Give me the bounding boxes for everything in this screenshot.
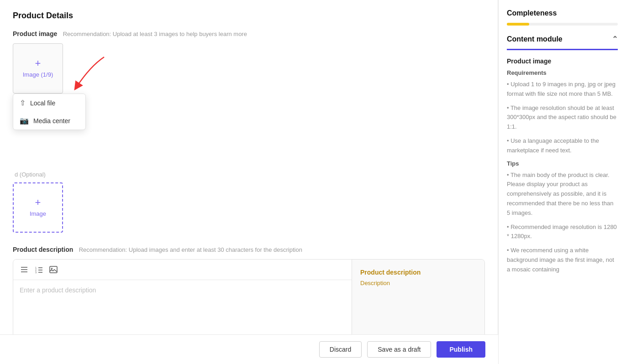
chevron-down-icon[interactable]: ⌃ xyxy=(612,35,618,43)
sidebar-tip3: • We recommend using a white background … xyxy=(507,246,618,274)
preview-sub: Description xyxy=(360,280,476,286)
image-box-2-label: Image xyxy=(30,210,46,218)
editor-toolbar: 1. 2. 3. xyxy=(13,260,352,280)
svg-point-11 xyxy=(51,268,53,269)
image-icon: 📷 xyxy=(20,116,29,125)
plus-icon: + xyxy=(35,58,41,68)
local-file-label: Local file xyxy=(30,99,55,107)
image-upload-area: + Image (1/9) xyxy=(13,43,485,94)
image-upload-wrapper: + Image (1/9) ⇧ Local file 📷 Media cente… xyxy=(13,43,485,94)
toolbar-ordered-list-btn[interactable]: 1. 2. 3. xyxy=(32,263,45,276)
desc-label: Product description xyxy=(13,246,73,253)
upload-options-container: ⇧ Local file 📷 Media center xyxy=(13,94,86,130)
svg-text:3.: 3. xyxy=(35,271,37,274)
image-box-1[interactable]: + Image (1/9) xyxy=(13,43,63,94)
toolbar-image-btn[interactable] xyxy=(47,263,60,276)
right-sidebar: Completeness Content module ⌃ Product im… xyxy=(498,0,626,364)
optional-section: d (Optional) xyxy=(13,171,485,178)
svg-rect-10 xyxy=(50,266,57,273)
media-center-option[interactable]: 📷 Media center xyxy=(13,112,85,130)
ordered-list-icon: 1. 2. 3. xyxy=(35,265,43,274)
discard-button[interactable]: Discard xyxy=(319,341,362,358)
desc-section-header: Product description Recommendation: Uplo… xyxy=(13,245,485,254)
completeness-bar-bg xyxy=(507,23,618,26)
list-icon xyxy=(20,265,28,274)
toolbar-list-btn[interactable] xyxy=(18,263,31,276)
sidebar-requirements-title: Requirements xyxy=(507,69,618,76)
content-module-header: Content module ⌃ xyxy=(507,35,618,50)
bg-optional-label: d (Optional) xyxy=(15,171,46,178)
preview-title: Product description xyxy=(360,269,476,276)
desc-recommendation: Recommendation: Upload images and enter … xyxy=(79,246,302,253)
sidebar-req1: • Upload 1 to 9 images in png, jpg or jp… xyxy=(507,80,618,99)
image-box-1-label: Image (1/9) xyxy=(23,71,53,79)
product-image-recommendation: Recommendation: Upload at least 3 images… xyxy=(63,31,247,37)
plus-icon-2: + xyxy=(35,198,41,208)
upload-icon: ⇧ xyxy=(20,99,26,107)
sidebar-req2: • The image resolution should be at leas… xyxy=(507,104,618,132)
sidebar-req3: • Use a language acceptable to the marke… xyxy=(507,136,618,156)
sidebar-tip2: • Recommended image resolution is 1280 *… xyxy=(507,223,618,242)
sidebar-tip1: • The main body of the product is clear.… xyxy=(507,171,618,218)
product-image-section: Product image Recommendation: Upload at … xyxy=(13,30,485,38)
product-image-label: Product image xyxy=(13,30,57,37)
main-content: Product Details Product image Recommenda… xyxy=(0,0,498,364)
media-center-label: Media center xyxy=(33,117,70,125)
completeness-bar-fill xyxy=(507,23,529,26)
publish-button[interactable]: Publish xyxy=(437,341,485,358)
second-image-row: + Image xyxy=(13,182,485,233)
local-file-option[interactable]: ⇧ Local file xyxy=(13,94,85,112)
save-draft-button[interactable]: Save as a draft xyxy=(367,341,431,358)
sidebar-product-image-title: Product image xyxy=(507,57,618,65)
editor-placeholder: Enter a product description xyxy=(20,286,96,294)
bottom-action-bar: Discard Save as a draft Publish xyxy=(0,334,498,364)
sidebar-tips-title: Tips xyxy=(507,160,618,167)
image-box-2[interactable]: + Image xyxy=(13,182,63,233)
content-module-label: Content module xyxy=(507,35,563,43)
completeness-title: Completeness xyxy=(507,9,618,17)
page-title: Product Details xyxy=(13,11,485,21)
insert-image-icon xyxy=(49,265,58,274)
upload-dropdown-menu: ⇧ Local file 📷 Media center xyxy=(13,94,86,130)
